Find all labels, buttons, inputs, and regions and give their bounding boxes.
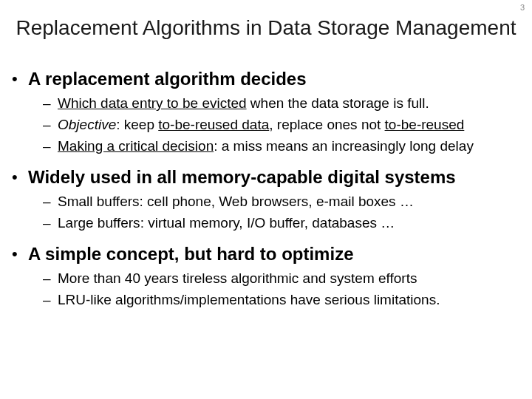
list-item: – LRU-like algorithms/implementations ha… xyxy=(43,290,522,310)
bullet-text: A simple concept, but hard to optimize xyxy=(28,243,353,265)
bullet-list: • A replacement algorithm decides – Whic… xyxy=(7,68,522,310)
dash-icon: – xyxy=(43,191,58,211)
sub-list: – Small buffers: cell phone, Web browser… xyxy=(43,191,522,233)
list-item: – Which data entry to be evicted when th… xyxy=(43,93,522,113)
sub-text: Which data entry to be evicted when the … xyxy=(58,93,429,113)
dash-icon: – xyxy=(43,290,58,310)
slide-body: • A replacement algorithm decides – Whic… xyxy=(7,68,522,320)
bullet-icon: • xyxy=(7,68,28,90)
sub-list: – Which data entry to be evicted when th… xyxy=(43,93,522,156)
list-item: • A replacement algorithm decides – Whic… xyxy=(7,68,522,156)
dash-icon: – xyxy=(43,213,58,233)
bullet-text: A replacement algorithm decides xyxy=(28,68,307,90)
sub-text: LRU-like algorithms/implementations have… xyxy=(58,290,440,310)
dash-icon: – xyxy=(43,115,58,134)
sub-text: Small buffers: cell phone, Web browsers,… xyxy=(58,191,414,211)
bullet-text: Widely used in all memory-capable digita… xyxy=(28,166,456,188)
dash-icon: – xyxy=(43,268,58,288)
list-item: • Widely used in all memory-capable digi… xyxy=(7,166,522,233)
list-item: – More than 40 years tireless algorithmi… xyxy=(43,268,522,288)
dash-icon: – xyxy=(43,93,58,113)
bullet-icon: • xyxy=(7,243,28,265)
list-item: – Large buffers: virtual memory, I/O buf… xyxy=(43,213,522,233)
sub-text: Large buffers: virtual memory, I/O buffe… xyxy=(58,213,395,233)
sub-list: – More than 40 years tireless algorithmi… xyxy=(43,268,522,310)
list-item: – Small buffers: cell phone, Web browser… xyxy=(43,191,522,211)
sub-text: More than 40 years tireless algorithmic … xyxy=(58,268,417,288)
list-item: – Objective: keep to-be-reused data, rep… xyxy=(43,115,522,134)
dash-icon: – xyxy=(43,136,58,156)
sub-text: Objective: keep to-be-reused data, repla… xyxy=(58,115,464,134)
list-item: • A simple concept, but hard to optimize… xyxy=(7,243,522,310)
slide-title: Replacement Algorithms in Data Storage M… xyxy=(0,16,532,40)
list-item: – Making a critical decision: a miss mea… xyxy=(43,136,522,156)
bullet-icon: • xyxy=(7,166,28,188)
page-number: 3 xyxy=(520,3,525,12)
slide: 3 Replacement Algorithms in Data Storage… xyxy=(0,0,532,399)
sub-text: Making a critical decision: a miss means… xyxy=(58,136,474,156)
